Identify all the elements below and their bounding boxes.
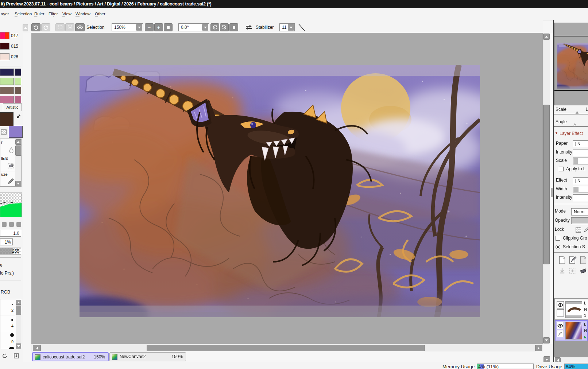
transfer-down-icon[interactable] xyxy=(558,267,566,275)
navigator-scale-slider[interactable] xyxy=(554,114,588,114)
paper-dropdown[interactable]: [ N xyxy=(573,140,588,147)
palette-swatch[interactable] xyxy=(0,69,14,76)
slider-marker-icon[interactable]: △ xyxy=(573,123,576,127)
navigator[interactable] xyxy=(554,23,588,105)
tool-list-scrollbar[interactable] xyxy=(15,139,21,186)
menu-ruler[interactable]: Ruler xyxy=(34,8,45,20)
zoom-dropdown-arrow-icon[interactable] xyxy=(136,24,142,31)
tool-item[interactable]: lErs xyxy=(0,155,15,171)
apply-to-layers-checkbox[interactable] xyxy=(559,167,564,171)
transparent-color-button[interactable] xyxy=(1,129,7,135)
color-history-swatch[interactable] xyxy=(0,32,9,39)
angle-dropdown-arrow-icon[interactable] xyxy=(202,24,208,31)
swap-colors-button[interactable] xyxy=(15,113,22,120)
tab-artistic[interactable]: Artistic xyxy=(3,103,22,111)
menu-window[interactable]: Window xyxy=(76,8,90,20)
brush-shape-button[interactable] xyxy=(2,222,7,227)
angle-dropdown[interactable]: 0.0° xyxy=(178,23,209,31)
brush-size-scrollbar[interactable] xyxy=(16,300,21,349)
brush-shape-button[interactable] xyxy=(16,222,21,227)
palette-swatch[interactable] xyxy=(0,96,14,103)
layer-edit-toggle[interactable] xyxy=(557,330,564,337)
navigator-angle-slider[interactable] xyxy=(554,126,588,127)
rotate-reset-button[interactable] xyxy=(229,23,238,31)
document-tab-active[interactable]: calicocoast trade.sai2 150% xyxy=(32,352,109,361)
brush-shape-button[interactable] xyxy=(9,222,14,227)
scroll-up-icon[interactable] xyxy=(543,34,550,40)
show-selection-button[interactable] xyxy=(75,23,85,31)
layer-effect-header[interactable]: Layer Effect xyxy=(560,131,583,136)
palette-swatch[interactable] xyxy=(15,87,21,94)
scroll-right-icon[interactable] xyxy=(535,345,542,351)
layer-thumbnail[interactable] xyxy=(565,301,582,318)
lock-pencil-icon[interactable] xyxy=(584,227,588,233)
new-layer-icon[interactable] xyxy=(558,256,566,264)
palette-swatch[interactable] xyxy=(0,78,14,85)
scroll-up-icon[interactable] xyxy=(15,139,21,145)
menu-other[interactable]: Other xyxy=(95,8,105,20)
mode-dropdown[interactable]: Norm xyxy=(571,208,588,215)
document-tab[interactable]: NewCanvas2 150% xyxy=(109,352,186,361)
select-cancel-button[interactable] xyxy=(65,23,74,31)
color-history-swatch[interactable] xyxy=(0,53,9,60)
stabilizer-dropdown-arrow-icon[interactable] xyxy=(288,24,294,31)
import-brush-button[interactable] xyxy=(13,353,20,359)
redo-button[interactable] xyxy=(41,23,50,31)
layer-edit-toggle[interactable] xyxy=(557,309,564,316)
intensity-field[interactable] xyxy=(573,194,588,201)
canvas-v-scrollbar[interactable] xyxy=(543,33,550,344)
collapse-arrow-icon[interactable]: ▼ xyxy=(555,131,558,135)
splitter-handle[interactable] xyxy=(551,188,553,197)
layer-opacity-slider[interactable] xyxy=(571,217,588,224)
effect-dropdown[interactable]: [ N xyxy=(573,177,588,184)
panel-collapse-button[interactable] xyxy=(23,24,28,31)
zoom-in-button[interactable]: + xyxy=(154,23,163,31)
menu-layer[interactable]: ayer xyxy=(1,8,9,20)
menu-view[interactable]: View xyxy=(62,8,71,20)
select-commit-button[interactable] xyxy=(55,23,65,31)
layer-row[interactable]: L N 1 xyxy=(555,299,588,319)
undo-button[interactable] xyxy=(31,23,40,31)
scroll-left-icon[interactable] xyxy=(33,345,41,351)
brush-option-button[interactable] xyxy=(1,353,8,359)
scale-slider[interactable] xyxy=(573,158,588,164)
layer-visibility-toggle[interactable] xyxy=(557,322,564,329)
brush-size-item[interactable]: 2 xyxy=(0,299,15,315)
new-linework-layer-icon[interactable] xyxy=(569,256,577,264)
brush-size-item[interactable]: 4 xyxy=(0,315,15,331)
tool-item[interactable]: r xyxy=(0,139,15,155)
canvas-viewport[interactable] xyxy=(31,33,543,344)
layer-thumbnail[interactable] xyxy=(565,322,582,339)
opacity-slider[interactable]: 255 xyxy=(0,248,21,255)
intensity-field[interactable] xyxy=(573,149,588,156)
color-history-swatch[interactable] xyxy=(0,43,9,50)
selection-source-radio[interactable] xyxy=(556,245,560,249)
clear-layer-icon[interactable] xyxy=(580,267,587,275)
zoom-out-button[interactable]: − xyxy=(145,23,154,31)
flip-horizontal-button[interactable] xyxy=(244,24,253,31)
scroll-up-icon[interactable] xyxy=(16,300,21,305)
palette-swatch[interactable] xyxy=(15,69,21,76)
canvas-h-scrollbar[interactable] xyxy=(31,344,543,351)
palette-swatch[interactable] xyxy=(15,96,21,103)
width-slider[interactable] xyxy=(573,186,588,193)
layer-row-selected[interactable]: L N xyxy=(555,320,588,341)
palette-swatch[interactable] xyxy=(15,78,21,85)
secondary-color-swatch[interactable] xyxy=(9,126,23,138)
scroll-down-icon[interactable] xyxy=(15,181,21,186)
scroll-down-icon[interactable] xyxy=(16,343,21,349)
merge-plus-icon[interactable] xyxy=(569,267,576,275)
brush-param-field[interactable]: 1% xyxy=(0,238,13,245)
primary-color-swatch[interactable] xyxy=(0,112,13,126)
zoom-reset-button[interactable] xyxy=(164,23,173,31)
lock-transparency-icon[interactable] xyxy=(576,227,581,233)
layer-visibility-toggle[interactable] xyxy=(557,301,564,308)
menu-selection[interactable]: Selection xyxy=(15,8,32,20)
canvas-artwork[interactable] xyxy=(80,65,480,317)
palette-swatch[interactable] xyxy=(0,87,14,94)
clipping-group-checkbox[interactable] xyxy=(556,236,560,241)
menu-filter[interactable]: Filter xyxy=(49,8,58,20)
stabilizer-dropdown[interactable]: 11 xyxy=(279,23,295,31)
zoom-dropdown[interactable]: 150% xyxy=(112,23,143,31)
brush-size-item[interactable]: 9 xyxy=(0,331,15,346)
